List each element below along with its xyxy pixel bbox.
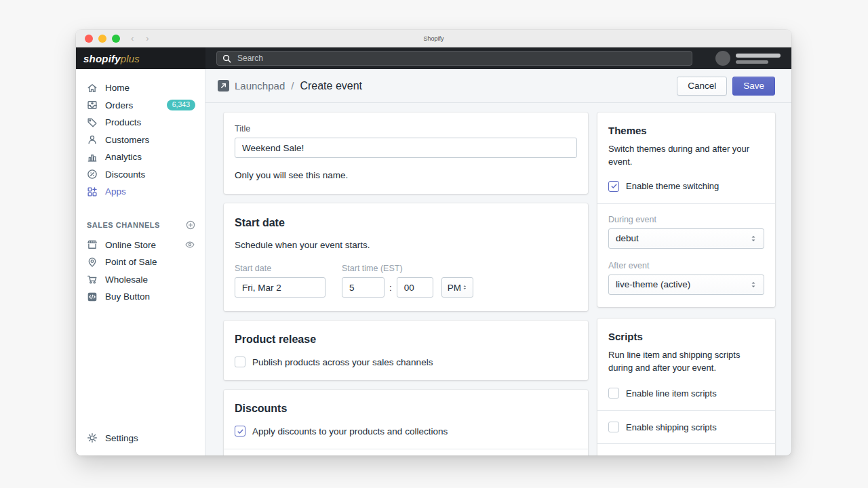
stepper-icon: [749, 280, 758, 289]
search-section: [205, 51, 791, 66]
home-icon: [86, 82, 98, 94]
meridiem-select[interactable]: PM: [441, 277, 473, 298]
shopify-scripts-link[interactable]: Shopify scripts: [680, 454, 738, 455]
scripts-description: Run line item and shipping scripts durin…: [608, 349, 764, 375]
sidebar-item-label: Customers: [105, 135, 149, 145]
user-menu[interactable]: [715, 51, 791, 66]
product-release-heading: Product release: [235, 333, 577, 346]
buy-button-icon: [86, 291, 98, 303]
view-online-store-button[interactable]: [184, 239, 195, 250]
customers-icon: [86, 134, 98, 146]
avatar: [715, 51, 730, 66]
sidebar-item-orders[interactable]: Orders 6,343: [76, 97, 205, 115]
during-event-select[interactable]: debut: [608, 228, 764, 249]
orders-count-badge: 6,343: [167, 100, 195, 110]
checkbox-label: Publish products across your sales chann…: [252, 357, 433, 367]
enable-theme-switching-checkbox-row[interactable]: Enable theme switching: [608, 181, 764, 192]
sidebar-item-customers[interactable]: Customers: [76, 131, 205, 149]
save-button[interactable]: Save: [732, 77, 775, 96]
apply-discounts-checkbox-row[interactable]: Apply discounts to your products and col…: [235, 426, 577, 436]
sidebar-item-label: Discounts: [105, 169, 145, 180]
title-helper-text: Only you will see this name.: [235, 169, 577, 182]
add-sales-channel-button[interactable]: [185, 220, 196, 230]
stepper-icon: [749, 234, 758, 243]
app-window: ‹ › Shopify shopifyplus: [76, 30, 791, 455]
eye-icon: [184, 239, 195, 250]
checkbox-label: Enable theme switching: [626, 181, 719, 191]
page-title: Create event: [300, 80, 362, 92]
sidebar-item-label: Point of Sale: [105, 257, 157, 267]
start-hour-input[interactable]: [342, 277, 384, 298]
online-store-icon: [86, 239, 98, 251]
search-input[interactable]: [236, 53, 686, 64]
scripts-footer-text: Learn more about Shopify scripts.: [608, 454, 741, 455]
enable-line-item-scripts-checkbox-row[interactable]: Enable line item scripts: [608, 388, 764, 399]
breadcrumb-separator: /: [291, 80, 294, 92]
sidebar-item-label: Online Store: [105, 240, 156, 250]
start-date-card: Start date Schedule when your event star…: [224, 203, 588, 312]
analytics-icon: [86, 151, 98, 163]
title-label: Title: [235, 124, 577, 134]
sidebar-item-online-store[interactable]: Online Store: [76, 237, 205, 254]
enable-shipping-scripts-checkbox-row[interactable]: Enable shipping scripts: [608, 422, 764, 432]
sidebar-item-discounts[interactable]: Discounts: [76, 166, 205, 184]
scripts-card: Scripts Run line item and shipping scrip…: [597, 319, 775, 455]
point-of-sale-icon: [86, 256, 98, 268]
sidebar-item-apps[interactable]: Apps: [76, 183, 205, 201]
sidebar-item-label: Analytics: [105, 152, 142, 162]
checkbox-label: Apply discounts to your products and col…: [252, 426, 448, 436]
stepper-icon: [461, 283, 469, 292]
products-icon: [86, 117, 98, 129]
title-card: Title Only you will see this name.: [224, 113, 588, 194]
sales-channels-header: SALES CHANNELS: [76, 218, 205, 232]
themes-card: Themes Switch themes during and after yo…: [597, 113, 775, 307]
window-titlebar: ‹ › Shopify: [76, 30, 791, 47]
orders-icon: [86, 99, 98, 111]
product-release-card: Product release Publish products across …: [224, 321, 588, 380]
start-date-input[interactable]: [235, 277, 326, 298]
checkbox-unchecked-icon[interactable]: [608, 388, 619, 399]
start-time-label: Start time (EST): [342, 264, 473, 273]
plus-circle-icon: [185, 220, 196, 230]
sidebar: Home Orders 6,343 Products Customers: [76, 69, 205, 455]
start-date-heading: Start date: [235, 217, 577, 229]
cancel-button[interactable]: Cancel: [677, 77, 727, 96]
sidebar-item-label: Buy Button: [105, 291, 150, 302]
sidebar-item-wholesale[interactable]: Wholesale: [76, 271, 205, 289]
sidebar-item-label: Settings: [105, 433, 138, 443]
discounts-card: Discounts Apply discounts to your produc…: [224, 390, 588, 455]
during-event-label: During event: [608, 215, 764, 224]
sidebar-item-buy-button[interactable]: Buy Button: [76, 288, 205, 306]
page-content: Title Only you will see this name. Start…: [205, 103, 791, 455]
sidebar-item-home[interactable]: Home: [76, 79, 205, 97]
checkbox-label: Enable shipping scripts: [626, 422, 717, 432]
checkbox-unchecked-icon[interactable]: [608, 422, 619, 432]
checkbox-checked-icon[interactable]: [608, 181, 619, 192]
sidebar-item-label: Apps: [105, 186, 126, 197]
time-colon: :: [389, 283, 392, 293]
start-date-description: Schedule when your event starts.: [235, 239, 577, 252]
start-minute-input[interactable]: [397, 277, 433, 298]
event-title-input[interactable]: [235, 138, 577, 158]
checkbox-unchecked-icon[interactable]: [235, 357, 245, 367]
sidebar-item-label: Orders: [105, 100, 133, 110]
gear-icon: [86, 432, 98, 444]
user-name-placeholder: [736, 54, 781, 64]
themes-description: Switch themes during and after your even…: [608, 143, 764, 169]
sidebar-item-label: Products: [105, 117, 141, 127]
sidebar-item-products[interactable]: Products: [76, 114, 205, 131]
admin-topbar: shopifyplus: [76, 47, 791, 69]
search-bar[interactable]: [216, 51, 692, 66]
sidebar-item-settings[interactable]: Settings: [76, 429, 205, 447]
checkbox-checked-icon[interactable]: [235, 426, 245, 436]
apps-icon: [86, 186, 98, 198]
launchpad-app-icon: [218, 80, 229, 92]
sidebar-item-point-of-sale[interactable]: Point of Sale: [76, 253, 205, 271]
sidebar-item-analytics[interactable]: Analytics: [76, 148, 205, 166]
search-icon: [222, 54, 231, 63]
after-event-select[interactable]: live-theme (active): [608, 274, 764, 295]
shopify-plus-logo[interactable]: shopifyplus: [83, 53, 140, 64]
publish-products-checkbox-row[interactable]: Publish products across your sales chann…: [235, 357, 577, 367]
breadcrumb-launchpad-link[interactable]: Launchpad: [235, 80, 285, 92]
sidebar-item-label: Home: [105, 83, 130, 93]
